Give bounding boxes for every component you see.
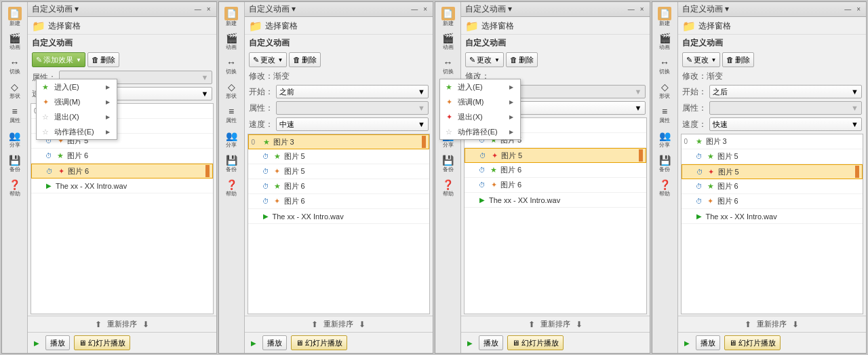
sidebar-item-2[interactable]: ◇ 形状 xyxy=(653,78,676,101)
close-button[interactable]: × xyxy=(855,5,862,13)
animation-list-item[interactable]: ⏱★ 图片 6 xyxy=(682,179,863,194)
sidebar-item-5[interactable]: 💾 备份 xyxy=(220,151,243,174)
modify-button[interactable]: ✎ 更改 ▼ xyxy=(249,52,288,67)
sidebar-item-0[interactable]: 🎬 动画 xyxy=(437,29,460,52)
dropdown-menu-item[interactable]: ★ 进入(E) xyxy=(37,79,117,94)
reorder-up-icon[interactable]: ⬆ xyxy=(95,320,102,329)
sidebar-item-4[interactable]: 👥 分享 xyxy=(3,127,26,150)
delete-button[interactable]: 🗑 删除 xyxy=(87,52,119,67)
sidebar-item-6[interactable]: ❓ 帮助 xyxy=(653,176,676,199)
sidebar-item-4[interactable]: 👥 分享 xyxy=(220,127,243,150)
animation-list-item[interactable]: ⏱✦ 图片 6 xyxy=(465,178,646,193)
reorder-down-icon[interactable]: ⬇ xyxy=(576,320,583,329)
slide-play-button[interactable]: 🖥 幻灯片播放 xyxy=(291,335,347,350)
sidebar-item-4[interactable]: 👥 分享 xyxy=(653,127,676,150)
reorder-button[interactable]: 重新排序 xyxy=(757,319,787,329)
add-effect-button[interactable]: ✎ 添加效果 ▼ xyxy=(32,52,85,67)
slide-play-button[interactable]: 🖥 幻灯片播放 xyxy=(74,335,130,350)
sidebar-item-3[interactable]: ≡ 属性 xyxy=(3,102,26,126)
animation-list[interactable]: 0 ★ 图片 3 ⏱★ 图片 5 ⏱✦ 图片 5 ⏱★ 图片 6 xyxy=(248,134,431,314)
sidebar-item-3[interactable]: ≡ 属性 xyxy=(220,102,243,126)
sidebar-item-1[interactable]: ↔ 切换 xyxy=(653,54,676,77)
animation-list-item[interactable]: ⏱✦ 图片 5 xyxy=(248,164,430,179)
close-button[interactable]: × xyxy=(205,5,212,13)
sidebar-item-6[interactable]: ❓ 帮助 xyxy=(3,176,26,199)
reorder-up-icon[interactable]: ⬆ xyxy=(311,320,318,329)
minimize-button[interactable]: — xyxy=(843,5,852,13)
reorder-up-icon[interactable]: ⬆ xyxy=(745,320,751,329)
animation-list-item[interactable]: ⏱✦ 图片 6 xyxy=(31,164,213,179)
dropdown-menu-item[interactable]: ☆ 动作路径(E) xyxy=(37,124,117,139)
modify-button[interactable]: ✎ 更改 ▼ xyxy=(682,52,721,67)
reorder-button[interactable]: 重新排序 xyxy=(323,319,353,329)
animation-list-item[interactable]: ⏱★ 图片 5 xyxy=(682,149,863,164)
close-button[interactable]: × xyxy=(422,5,429,13)
reorder-down-icon[interactable]: ⬇ xyxy=(142,320,149,329)
speed-select[interactable]: 中速 ▼ xyxy=(276,117,429,131)
minimize-button[interactable]: — xyxy=(193,5,203,13)
audio-list-item[interactable]: ▶ The xx - XX Intro.wav xyxy=(31,179,213,193)
delete-button[interactable]: 🗑 删除 xyxy=(506,52,538,67)
animation-list-item[interactable]: ⏱★ 图片 5 xyxy=(248,149,430,164)
close-button[interactable]: × xyxy=(639,5,646,13)
audio-list-item[interactable]: ▶ The xx - XX Intro.wav xyxy=(248,209,430,224)
sidebar-item-0[interactable]: 🎬 动画 xyxy=(220,29,243,52)
animation-list-item[interactable]: ⏱✦ 图片 6 xyxy=(248,194,430,209)
sidebar-item-6[interactable]: ❓ 帮助 xyxy=(220,176,243,199)
slide-play-button[interactable]: 🖥 幻灯片播放 xyxy=(507,335,564,350)
dropdown-menu-item[interactable]: ✦ 强调(M) xyxy=(37,94,117,109)
play-button[interactable]: 播放 xyxy=(696,335,720,350)
animation-list-item[interactable]: ⏱✦ 图片 5 xyxy=(682,164,863,179)
sidebar-item-1[interactable]: ↔ 切换 xyxy=(3,54,26,77)
sidebar-item-1[interactable]: ↔ 切换 xyxy=(220,54,243,77)
audio-list-item[interactable]: ▶ The xx - XX Intro.wav xyxy=(682,209,863,224)
play-button[interactable]: 播放 xyxy=(479,335,503,350)
property-select[interactable]: ▼ xyxy=(276,101,429,115)
reorder-button[interactable]: 重新排序 xyxy=(107,319,137,329)
animation-list[interactable]: 0 ★ 图片 3 ⏱★ 图片 5 ⏱✦ 图片 5 ⏱★ 图片 6 xyxy=(464,117,647,314)
modify-button[interactable]: ✎ 更改 ▼ xyxy=(465,52,504,67)
reorder-down-icon[interactable]: ⬇ xyxy=(359,320,366,329)
sidebar-item-0[interactable]: 🎬 动画 xyxy=(653,29,676,52)
new-button[interactable]: 📄 新建 xyxy=(437,5,460,28)
play-button[interactable]: 播放 xyxy=(45,335,70,350)
property-select[interactable]: ▼ xyxy=(709,101,863,115)
audio-list-item[interactable]: ▶ The xx - XX Intro.wav xyxy=(465,193,646,208)
sidebar-item-3[interactable]: ≡ 属性 xyxy=(653,102,676,126)
animation-list-item[interactable]: ⏱★ 图片 6 xyxy=(31,149,213,164)
animation-list-item[interactable]: ⏱✦ 图片 5 xyxy=(465,148,646,163)
animation-list-item[interactable]: ⏱★ 图片 6 xyxy=(465,163,646,178)
dropdown-menu-item[interactable]: ✦ 强调(M) xyxy=(440,94,520,109)
animation-list-item[interactable]: ⏱★ 图片 6 xyxy=(248,179,430,194)
sidebar-item-6[interactable]: ❓ 帮助 xyxy=(437,176,460,199)
reorder-button[interactable]: 重新排序 xyxy=(540,319,570,329)
new-button[interactable]: 📄 新建 xyxy=(220,5,243,28)
dropdown-menu-item[interactable]: ✦ 退出(X) xyxy=(440,109,520,124)
sidebar-item-5[interactable]: 💾 备份 xyxy=(653,151,676,174)
sidebar-item-5[interactable]: 💾 备份 xyxy=(437,151,460,174)
play-button[interactable]: 播放 xyxy=(262,335,287,350)
new-button[interactable]: 📄 新建 xyxy=(3,5,26,28)
sidebar-item-5[interactable]: 💾 备份 xyxy=(3,151,26,174)
speed-select[interactable]: 快速 ▼ xyxy=(709,117,863,131)
animation-list[interactable]: 0 ★ 图片 3 ⏱★ 图片 5 ⏱✦ 图片 5 ⏱★ 图片 6 xyxy=(681,134,864,314)
dropdown-menu-item[interactable]: ★ 进入(E) xyxy=(440,79,520,94)
reorder-up-icon[interactable]: ⬆ xyxy=(528,320,535,329)
sidebar-item-2[interactable]: ◇ 形状 xyxy=(3,78,26,101)
sidebar-item-2[interactable]: ◇ 形状 xyxy=(220,78,243,101)
dropdown-menu-item[interactable]: ☆ 动作路径(E) xyxy=(440,124,520,139)
minimize-button[interactable]: — xyxy=(627,5,636,13)
sidebar-item-1[interactable]: ↔ 切换 xyxy=(437,54,460,77)
animation-list-item[interactable]: ⏱✦ 图片 6 xyxy=(682,194,863,209)
minimize-button[interactable]: — xyxy=(410,5,419,13)
delete-button[interactable]: 🗑 删除 xyxy=(722,52,754,67)
new-button[interactable]: 📄 新建 xyxy=(653,5,676,28)
slide-play-button[interactable]: 🖥 幻灯片播放 xyxy=(724,335,781,350)
animation-list-item[interactable]: 0 ★ 图片 3 xyxy=(682,134,863,149)
animation-list-item[interactable]: 0 ★ 图片 3 xyxy=(248,134,430,149)
delete-button[interactable]: 🗑 删除 xyxy=(289,52,321,67)
start-select[interactable]: 之后 ▼ xyxy=(709,85,863,98)
dropdown-menu-item[interactable]: ☆ 退出(X) xyxy=(37,109,117,124)
start-select[interactable]: 之前 ▼ xyxy=(276,85,429,98)
sidebar-item-0[interactable]: 🎬 动画 xyxy=(3,29,26,52)
